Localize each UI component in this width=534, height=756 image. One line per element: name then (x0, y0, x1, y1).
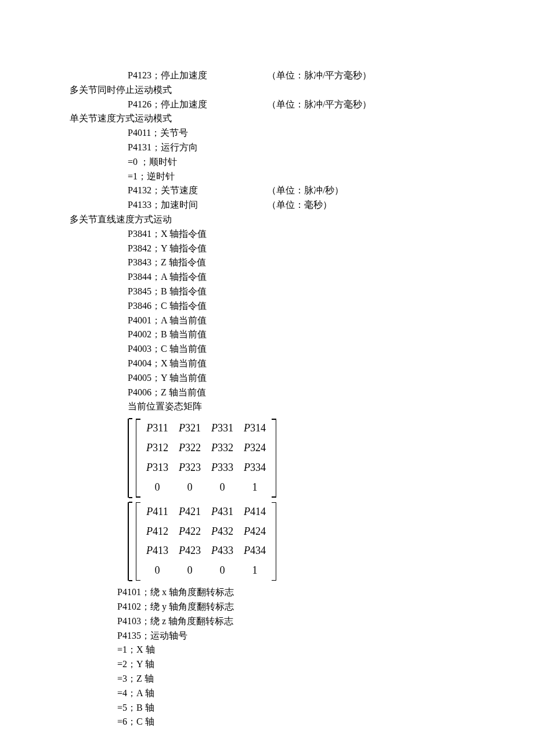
param-text: P4135；运动轴号 (117, 629, 257, 643)
matrix-cell: P313 (141, 458, 174, 478)
param-text: P4123；停止加速度 (128, 69, 267, 83)
text-line: =0 ；顺时针 (70, 155, 464, 170)
text-line: 多关节同时停止运动模式 (70, 83, 464, 98)
param-text: 多关节同时停止运动模式 (70, 83, 209, 98)
param-text: P4102；绕 y 轴角度翻转标志 (117, 600, 257, 614)
matrix-cell: P322 (174, 438, 206, 458)
text-line: P3845；B 轴指令值 (70, 285, 464, 299)
param-text: P3841；X 轴指令值 (128, 227, 267, 242)
text-line: =3；Z 轴 (70, 672, 464, 686)
matrix-cell: 0 (206, 561, 239, 581)
unit-text: （单位：脉冲/平方毫秒） (267, 69, 371, 83)
text-line: P4133；加速时间（单位：毫秒） (70, 198, 464, 213)
param-text: P4011；关节号 (128, 126, 267, 141)
matrix-cell: P411 (141, 502, 174, 522)
text-line: P4011；关节号 (70, 126, 464, 141)
matrix-cell: P324 (239, 438, 271, 458)
matrix-cell: P432 (206, 522, 239, 542)
param-text: 当前位置姿态矩阵 (128, 399, 267, 414)
matrix-cell: P433 (206, 541, 239, 561)
text-line: P4006；Z 轴当前值 (70, 386, 464, 400)
text-line: P4003；C 轴当前值 (70, 342, 464, 357)
matrix-cell: P424 (239, 522, 271, 542)
text-line: P4132；关节速度（单位：脉冲/秒） (70, 183, 464, 198)
matrix-cell: 0 (174, 561, 206, 581)
text-line: P4101；绕 x 轴角度翻转标志 (70, 585, 464, 600)
param-text: P4001；A 轴当前值 (128, 314, 267, 328)
param-text: =4；A 轴 (117, 686, 257, 701)
param-text: P4005；Y 轴当前值 (128, 371, 267, 386)
param-text: 单关节速度方式运动模式 (70, 111, 209, 126)
param-text: 多关节直线速度方式运动 (70, 213, 209, 227)
matrix-cell: P332 (206, 438, 239, 458)
param-text: P3844；A 轴指令值 (128, 270, 267, 285)
matrix-cell: P333 (206, 458, 239, 478)
param-text: P4126；停止加速度 (128, 98, 267, 112)
param-block-1: P4123；停止加速度（单位：脉冲/平方毫秒）多关节同时停止运动模式P4126；… (70, 69, 464, 414)
param-text: =3；Z 轴 (117, 672, 257, 686)
text-line: P4005；Y 轴当前值 (70, 371, 464, 386)
text-line: P4103；绕 z 轴角度翻转标志 (70, 614, 464, 629)
matrix-cell: P314 (239, 419, 271, 438)
param-text: P4101；绕 x 轴角度翻转标志 (117, 585, 257, 600)
matrix-cell: P323 (174, 458, 206, 478)
pose-matrix-2: P411P421P431P414P412P422P432P424P413P423… (128, 502, 464, 581)
text-line: =2；Y 轴 (70, 657, 464, 672)
param-text: P4002；B 轴当前值 (128, 327, 267, 342)
matrix-cell: P423 (174, 541, 206, 561)
matrix-cell: P334 (239, 458, 271, 478)
text-line: P3842；Y 轴指令值 (70, 242, 464, 256)
text-line: P3843；Z 轴指令值 (70, 255, 464, 270)
param-text: P4103；绕 z 轴角度翻转标志 (117, 614, 257, 629)
matrix-cell: P321 (174, 419, 206, 438)
text-line: 当前位置姿态矩阵 (70, 399, 464, 414)
matrix-cell: 0 (174, 478, 206, 498)
unit-text: （单位：脉冲/秒） (267, 183, 344, 198)
param-text: P3846；C 轴指令值 (128, 299, 267, 314)
matrix-cell: 0 (141, 561, 174, 581)
param-text: =0 ；顺时针 (128, 155, 267, 170)
param-text: P3843；Z 轴指令值 (128, 255, 267, 270)
unit-text: （单位：毫秒） (267, 198, 332, 213)
text-line: 多关节直线速度方式运动 (70, 213, 464, 227)
text-line: P4002；B 轴当前值 (70, 327, 464, 342)
param-text: P4006；Z 轴当前值 (128, 386, 267, 400)
param-text: P4003；C 轴当前值 (128, 342, 267, 357)
text-line: =1；X 轴 (70, 643, 464, 657)
param-text: =2；Y 轴 (117, 657, 257, 672)
param-text: P3842；Y 轴指令值 (128, 242, 267, 256)
matrix-cell: P412 (141, 522, 174, 542)
param-text: P4133；加速时间 (128, 198, 267, 213)
pose-matrix-1: P311P321P331P314P312P322P332P324P313P323… (128, 419, 464, 498)
text-line: =6；C 轴 (70, 715, 464, 729)
matrix-cell: P312 (141, 438, 174, 458)
matrix-cell: 0 (141, 478, 174, 498)
text-line: P4135；运动轴号 (70, 629, 464, 643)
matrix-cell: P413 (141, 541, 174, 561)
matrix-cell: 1 (239, 561, 271, 581)
text-line: 单关节速度方式运动模式 (70, 111, 464, 126)
param-text: =1；X 轴 (117, 643, 257, 657)
param-text: =1；逆时针 (128, 170, 267, 184)
param-text: P3845；B 轴指令值 (128, 285, 267, 299)
text-line: P4131；运行方向 (70, 141, 464, 155)
document-page: P4123；停止加速度（单位：脉冲/平方毫秒）多关节同时停止运动模式P4126；… (0, 0, 534, 756)
param-text: =6；C 轴 (117, 715, 257, 729)
matrix-cell: P431 (206, 502, 239, 522)
text-line: =4；A 轴 (70, 686, 464, 701)
param-text: =5；B 轴 (117, 701, 257, 715)
matrix-cell: P414 (239, 502, 271, 522)
param-text: P4004；X 轴当前值 (128, 357, 267, 371)
param-text: P4131；运行方向 (128, 141, 267, 155)
matrix-cell: P311 (141, 419, 174, 438)
text-line: P3844；A 轴指令值 (70, 270, 464, 285)
text-line: P4126；停止加速度（单位：脉冲/平方毫秒） (70, 98, 464, 112)
param-text: P4132；关节速度 (128, 183, 267, 198)
text-line: P4102；绕 y 轴角度翻转标志 (70, 600, 464, 614)
text-line: P3841；X 轴指令值 (70, 227, 464, 242)
text-line: P4004；X 轴当前值 (70, 357, 464, 371)
matrix-cell: P331 (206, 419, 239, 438)
text-line: P4123；停止加速度（单位：脉冲/平方毫秒） (70, 69, 464, 83)
param-block-2: P4101；绕 x 轴角度翻转标志P4102；绕 y 轴角度翻转标志P4103；… (70, 585, 464, 729)
text-line: P4001；A 轴当前值 (70, 314, 464, 328)
